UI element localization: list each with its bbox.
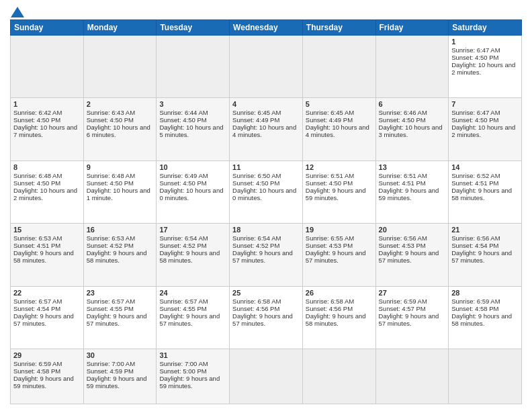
day-number: 5 <box>306 100 373 108</box>
sunset-text: Sunset: 4:54 PM <box>13 305 81 312</box>
daylight-text: Daylight: 9 hours and 57 minutes. <box>451 249 519 264</box>
sunset-text: Sunset: 4:53 PM <box>379 242 446 249</box>
calendar-cell <box>83 36 157 98</box>
calendar-cell: 23Sunrise: 6:57 AMSunset: 4:55 PMDayligh… <box>83 286 157 349</box>
calendar-cell <box>157 36 230 98</box>
calendar-cell: 25Sunrise: 6:58 AMSunset: 4:56 PMDayligh… <box>230 286 303 349</box>
calendar-cell: 11Sunrise: 6:50 AMSunset: 4:50 PMDayligh… <box>230 161 303 223</box>
sunset-text: Sunset: 4:58 PM <box>451 305 519 312</box>
day-number: 1 <box>13 100 81 108</box>
sunrise-text: Sunrise: 6:50 AM <box>232 172 300 179</box>
daylight-text: Daylight: 9 hours and 57 minutes. <box>232 312 300 327</box>
calendar-cell: 4Sunrise: 6:45 AMSunset: 4:49 PMDaylight… <box>230 98 303 161</box>
day-number: 31 <box>159 351 226 359</box>
day-number: 3 <box>159 100 226 108</box>
header <box>10 7 522 15</box>
sunset-text: Sunset: 4:51 PM <box>451 179 519 187</box>
day-number: 20 <box>379 226 446 234</box>
sunrise-text: Sunrise: 6:48 AM <box>13 172 81 179</box>
calendar-header-monday: Monday <box>83 20 157 36</box>
day-number: 29 <box>13 351 81 359</box>
calendar-cell: 5Sunrise: 6:45 AMSunset: 4:49 PMDaylight… <box>302 98 375 161</box>
calendar-body: 1Sunrise: 6:47 AMSunset: 4:50 PMDaylight… <box>11 36 522 404</box>
daylight-text: Daylight: 10 hours and 0 minutes. <box>159 187 226 201</box>
calendar-cell: 2Sunrise: 6:43 AMSunset: 4:50 PMDaylight… <box>83 98 157 161</box>
sunset-text: Sunset: 4:53 PM <box>306 242 373 249</box>
calendar-cell: 10Sunrise: 6:49 AMSunset: 4:50 PMDayligh… <box>157 161 230 223</box>
calendar-table: SundayMondayTuesdayWednesdayThursdayFrid… <box>10 19 522 404</box>
calendar-header-wednesday: Wednesday <box>230 20 303 36</box>
daylight-text: Daylight: 9 hours and 57 minutes. <box>232 249 300 264</box>
day-number: 7 <box>451 100 519 108</box>
daylight-text: Daylight: 10 hours and 3 minutes. <box>379 124 446 138</box>
daylight-text: Daylight: 9 hours and 58 minutes. <box>87 249 154 264</box>
sunset-text: Sunset: 4:50 PM <box>13 116 81 124</box>
day-number: 18 <box>232 226 300 234</box>
calendar-cell: 18Sunrise: 6:54 AMSunset: 4:52 PMDayligh… <box>230 224 303 286</box>
calendar-cell <box>302 349 375 404</box>
daylight-text: Daylight: 9 hours and 59 minutes. <box>13 375 81 390</box>
sunset-text: Sunset: 4:51 PM <box>13 242 81 249</box>
daylight-text: Daylight: 9 hours and 58 minutes. <box>451 312 519 327</box>
sunrise-text: Sunrise: 6:46 AM <box>379 109 446 116</box>
day-number: 1 <box>451 38 519 46</box>
sunset-text: Sunset: 4:50 PM <box>13 179 81 187</box>
daylight-text: Daylight: 9 hours and 58 minutes. <box>306 312 373 327</box>
daylight-text: Daylight: 9 hours and 59 minutes. <box>87 375 154 390</box>
day-number: 13 <box>379 163 446 171</box>
day-number: 23 <box>87 289 154 297</box>
calendar-cell: 9Sunrise: 6:48 AMSunset: 4:50 PMDaylight… <box>83 161 157 223</box>
day-number: 30 <box>87 351 154 359</box>
calendar-cell: 27Sunrise: 6:59 AMSunset: 4:57 PMDayligh… <box>375 286 449 349</box>
sunrise-text: Sunrise: 6:59 AM <box>379 298 446 305</box>
sunrise-text: Sunrise: 6:51 AM <box>306 172 373 179</box>
calendar-cell <box>449 349 522 404</box>
calendar-cell <box>302 36 375 98</box>
calendar-week-5: 29Sunrise: 6:59 AMSunset: 4:58 PMDayligh… <box>11 349 522 404</box>
sunset-text: Sunset: 4:57 PM <box>379 305 446 312</box>
daylight-text: Daylight: 9 hours and 59 minutes. <box>306 187 373 201</box>
daylight-text: Daylight: 10 hours and 5 minutes. <box>159 124 226 138</box>
day-number: 21 <box>451 226 519 234</box>
calendar-cell: 12Sunrise: 6:51 AMSunset: 4:50 PMDayligh… <box>302 161 375 223</box>
sunset-text: Sunset: 4:50 PM <box>87 179 154 187</box>
daylight-text: Daylight: 10 hours and 4 minutes. <box>232 124 300 138</box>
daylight-text: Daylight: 9 hours and 58 minutes. <box>13 249 81 264</box>
page: SundayMondayTuesdayWednesdayThursdayFrid… <box>0 0 532 411</box>
day-number: 10 <box>159 163 226 171</box>
logo <box>10 7 25 15</box>
svg-marker-0 <box>11 7 24 17</box>
day-number: 14 <box>451 163 519 171</box>
calendar-cell: 17Sunrise: 6:54 AMSunset: 4:52 PMDayligh… <box>157 224 230 286</box>
calendar-week-2: 8Sunrise: 6:48 AMSunset: 4:50 PMDaylight… <box>11 161 522 223</box>
sunrise-text: Sunrise: 6:42 AM <box>13 109 81 116</box>
day-number: 9 <box>87 163 154 171</box>
sunset-text: Sunset: 4:50 PM <box>306 179 373 187</box>
sunrise-text: Sunrise: 6:49 AM <box>159 172 226 179</box>
sunrise-text: Sunrise: 6:57 AM <box>159 298 226 305</box>
calendar-cell <box>375 36 449 98</box>
daylight-text: Daylight: 10 hours and 4 minutes. <box>306 124 373 138</box>
calendar-cell: 7Sunrise: 6:47 AMSunset: 4:50 PMDaylight… <box>449 98 522 161</box>
sunrise-text: Sunrise: 6:45 AM <box>232 109 300 116</box>
sunrise-text: Sunrise: 6:59 AM <box>451 298 519 305</box>
sunrise-text: Sunrise: 6:53 AM <box>87 234 154 242</box>
calendar-cell: 15Sunrise: 6:53 AMSunset: 4:51 PMDayligh… <box>11 224 84 286</box>
sunset-text: Sunset: 4:50 PM <box>232 179 300 187</box>
daylight-text: Daylight: 9 hours and 57 minutes. <box>379 249 446 264</box>
daylight-text: Daylight: 9 hours and 57 minutes. <box>87 312 154 327</box>
daylight-text: Daylight: 10 hours and 2 minutes. <box>451 124 519 138</box>
calendar-header-friday: Friday <box>375 20 449 36</box>
sunset-text: Sunset: 4:49 PM <box>306 116 373 124</box>
calendar-cell <box>230 349 303 404</box>
sunrise-text: Sunrise: 6:55 AM <box>306 234 373 242</box>
daylight-text: Daylight: 9 hours and 58 minutes. <box>451 187 519 201</box>
daylight-text: Daylight: 10 hours and 1 minute. <box>87 187 154 201</box>
day-number: 4 <box>232 100 300 108</box>
daylight-text: Daylight: 10 hours and 2 minutes. <box>13 187 81 201</box>
sunset-text: Sunset: 5:00 PM <box>159 367 226 375</box>
calendar-cell <box>375 349 449 404</box>
sunset-text: Sunset: 4:50 PM <box>159 116 226 124</box>
calendar-cell: 21Sunrise: 6:56 AMSunset: 4:54 PMDayligh… <box>449 224 522 286</box>
sunrise-text: Sunrise: 6:47 AM <box>451 109 519 116</box>
